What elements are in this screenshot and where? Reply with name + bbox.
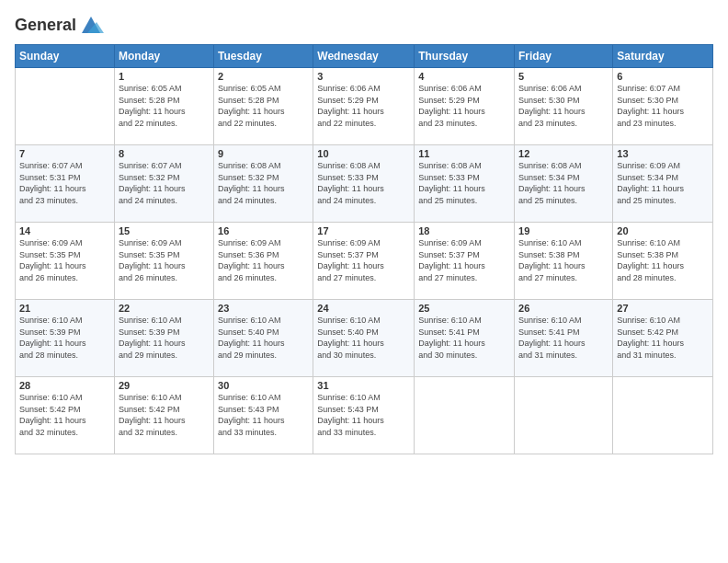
- day-info: Sunrise: 6:10 AM Sunset: 5:42 PM Dayligh…: [119, 392, 210, 438]
- day-number: 26: [518, 303, 609, 314]
- day-info: Sunrise: 6:10 AM Sunset: 5:41 PM Dayligh…: [418, 315, 510, 361]
- day-info: Sunrise: 6:08 AM Sunset: 5:32 PM Dayligh…: [218, 160, 309, 206]
- weekday-header-friday: Friday: [515, 45, 613, 68]
- day-number: 4: [418, 71, 510, 82]
- day-number: 7: [19, 148, 110, 159]
- day-info: Sunrise: 6:07 AM Sunset: 5:32 PM Dayligh…: [119, 160, 210, 206]
- day-number: 16: [218, 225, 309, 236]
- day-info: Sunrise: 6:08 AM Sunset: 5:33 PM Dayligh…: [317, 160, 410, 206]
- day-info: Sunrise: 6:06 AM Sunset: 5:29 PM Dayligh…: [317, 83, 410, 129]
- day-info: Sunrise: 6:10 AM Sunset: 5:38 PM Dayligh…: [617, 237, 709, 283]
- day-number: 24: [317, 303, 410, 314]
- weekday-header-monday: Monday: [114, 45, 213, 68]
- day-number: 17: [317, 225, 410, 236]
- calendar-week-3: 14Sunrise: 6:09 AM Sunset: 5:35 PM Dayli…: [16, 223, 713, 300]
- day-info: Sunrise: 6:09 AM Sunset: 5:34 PM Dayligh…: [617, 160, 709, 206]
- day-number: 18: [418, 225, 510, 236]
- calendar-cell: 18Sunrise: 6:09 AM Sunset: 5:37 PM Dayli…: [415, 223, 515, 300]
- weekday-header-saturday: Saturday: [613, 45, 713, 68]
- calendar-cell: 19Sunrise: 6:10 AM Sunset: 5:38 PM Dayli…: [515, 223, 613, 300]
- calendar-cell: [415, 377, 515, 454]
- logo-text-general: General: [15, 17, 76, 35]
- day-info: Sunrise: 6:10 AM Sunset: 5:42 PM Dayligh…: [617, 315, 709, 361]
- calendar-cell: 25Sunrise: 6:10 AM Sunset: 5:41 PM Dayli…: [415, 300, 515, 377]
- calendar-cell: 22Sunrise: 6:10 AM Sunset: 5:39 PM Dayli…: [114, 300, 213, 377]
- day-info: Sunrise: 6:10 AM Sunset: 5:39 PM Dayligh…: [19, 315, 110, 361]
- day-number: 23: [218, 303, 309, 314]
- day-info: Sunrise: 6:06 AM Sunset: 5:29 PM Dayligh…: [418, 83, 510, 129]
- calendar-cell: [613, 377, 713, 454]
- day-info: Sunrise: 6:10 AM Sunset: 5:43 PM Dayligh…: [317, 392, 410, 438]
- calendar-cell: 12Sunrise: 6:08 AM Sunset: 5:34 PM Dayli…: [515, 145, 613, 223]
- day-number: 21: [19, 303, 110, 314]
- calendar-week-4: 21Sunrise: 6:10 AM Sunset: 5:39 PM Dayli…: [16, 300, 713, 377]
- day-number: 5: [518, 71, 609, 82]
- calendar-cell: 7Sunrise: 6:07 AM Sunset: 5:31 PM Daylig…: [16, 145, 115, 223]
- day-number: 2: [218, 71, 309, 82]
- calendar-cell: 24Sunrise: 6:10 AM Sunset: 5:40 PM Dayli…: [313, 300, 415, 377]
- calendar-cell: 4Sunrise: 6:06 AM Sunset: 5:29 PM Daylig…: [415, 68, 515, 145]
- page-header: General: [15, 9, 713, 39]
- calendar-cell: 1Sunrise: 6:05 AM Sunset: 5:28 PM Daylig…: [114, 68, 213, 145]
- day-info: Sunrise: 6:07 AM Sunset: 5:30 PM Dayligh…: [617, 83, 709, 129]
- calendar-cell: 30Sunrise: 6:10 AM Sunset: 5:43 PM Dayli…: [214, 377, 313, 454]
- calendar-cell: 16Sunrise: 6:09 AM Sunset: 5:36 PM Dayli…: [214, 223, 313, 300]
- day-info: Sunrise: 6:05 AM Sunset: 5:28 PM Dayligh…: [218, 83, 309, 129]
- calendar-header-row: SundayMondayTuesdayWednesdayThursdayFrid…: [16, 45, 713, 68]
- day-number: 1: [119, 71, 210, 82]
- day-info: Sunrise: 6:09 AM Sunset: 5:35 PM Dayligh…: [19, 237, 110, 283]
- day-number: 15: [119, 225, 210, 236]
- day-number: 3: [317, 71, 410, 82]
- calendar-cell: [16, 68, 115, 145]
- day-number: 11: [418, 148, 510, 159]
- day-number: 8: [119, 148, 210, 159]
- calendar-cell: 14Sunrise: 6:09 AM Sunset: 5:35 PM Dayli…: [16, 223, 115, 300]
- day-info: Sunrise: 6:10 AM Sunset: 5:39 PM Dayligh…: [119, 315, 210, 361]
- day-info: Sunrise: 6:10 AM Sunset: 5:40 PM Dayligh…: [317, 315, 410, 361]
- calendar-cell: 8Sunrise: 6:07 AM Sunset: 5:32 PM Daylig…: [114, 145, 213, 223]
- calendar-cell: 29Sunrise: 6:10 AM Sunset: 5:42 PM Dayli…: [114, 377, 213, 454]
- calendar-cell: 9Sunrise: 6:08 AM Sunset: 5:32 PM Daylig…: [214, 145, 313, 223]
- weekday-header-thursday: Thursday: [415, 45, 515, 68]
- day-number: 10: [317, 148, 410, 159]
- day-info: Sunrise: 6:10 AM Sunset: 5:38 PM Dayligh…: [518, 237, 609, 283]
- weekday-header-wednesday: Wednesday: [313, 45, 415, 68]
- calendar-cell: 15Sunrise: 6:09 AM Sunset: 5:35 PM Dayli…: [114, 223, 213, 300]
- calendar-cell: 17Sunrise: 6:09 AM Sunset: 5:37 PM Dayli…: [313, 223, 415, 300]
- day-number: 13: [617, 148, 709, 159]
- calendar-week-5: 28Sunrise: 6:10 AM Sunset: 5:42 PM Dayli…: [16, 377, 713, 454]
- day-info: Sunrise: 6:10 AM Sunset: 5:41 PM Dayligh…: [518, 315, 609, 361]
- day-number: 31: [317, 380, 410, 391]
- weekday-header-sunday: Sunday: [16, 45, 115, 68]
- calendar-cell: 11Sunrise: 6:08 AM Sunset: 5:33 PM Dayli…: [415, 145, 515, 223]
- calendar-cell: 20Sunrise: 6:10 AM Sunset: 5:38 PM Dayli…: [613, 223, 713, 300]
- calendar-cell: 21Sunrise: 6:10 AM Sunset: 5:39 PM Dayli…: [16, 300, 115, 377]
- calendar-cell: 27Sunrise: 6:10 AM Sunset: 5:42 PM Dayli…: [613, 300, 713, 377]
- day-info: Sunrise: 6:05 AM Sunset: 5:28 PM Dayligh…: [119, 83, 210, 129]
- day-number: 9: [218, 148, 309, 159]
- day-number: 19: [518, 225, 609, 236]
- calendar-week-2: 7Sunrise: 6:07 AM Sunset: 5:31 PM Daylig…: [16, 145, 713, 223]
- day-number: 28: [19, 380, 110, 391]
- page-container: General SundayMondayTuesdayWednesdayThur…: [0, 0, 728, 462]
- day-info: Sunrise: 6:10 AM Sunset: 5:42 PM Dayligh…: [19, 392, 110, 438]
- day-info: Sunrise: 6:08 AM Sunset: 5:34 PM Dayligh…: [518, 160, 609, 206]
- day-info: Sunrise: 6:09 AM Sunset: 5:36 PM Dayligh…: [218, 237, 309, 283]
- calendar-cell: 2Sunrise: 6:05 AM Sunset: 5:28 PM Daylig…: [214, 68, 313, 145]
- calendar-cell: 6Sunrise: 6:07 AM Sunset: 5:30 PM Daylig…: [613, 68, 713, 145]
- day-number: 29: [119, 380, 210, 391]
- calendar-cell: 26Sunrise: 6:10 AM Sunset: 5:41 PM Dayli…: [515, 300, 613, 377]
- day-info: Sunrise: 6:09 AM Sunset: 5:35 PM Dayligh…: [119, 237, 210, 283]
- day-info: Sunrise: 6:09 AM Sunset: 5:37 PM Dayligh…: [418, 237, 510, 283]
- day-info: Sunrise: 6:10 AM Sunset: 5:40 PM Dayligh…: [218, 315, 309, 361]
- day-info: Sunrise: 6:09 AM Sunset: 5:37 PM Dayligh…: [317, 237, 410, 283]
- day-number: 12: [518, 148, 609, 159]
- calendar-cell: 5Sunrise: 6:06 AM Sunset: 5:30 PM Daylig…: [515, 68, 613, 145]
- day-number: 20: [617, 225, 709, 236]
- day-info: Sunrise: 6:07 AM Sunset: 5:31 PM Dayligh…: [19, 160, 110, 206]
- calendar-table: SundayMondayTuesdayWednesdayThursdayFrid…: [15, 44, 713, 454]
- calendar-cell: [515, 377, 613, 454]
- weekday-header-tuesday: Tuesday: [214, 45, 313, 68]
- calendar-cell: 23Sunrise: 6:10 AM Sunset: 5:40 PM Dayli…: [214, 300, 313, 377]
- calendar-cell: 31Sunrise: 6:10 AM Sunset: 5:43 PM Dayli…: [313, 377, 415, 454]
